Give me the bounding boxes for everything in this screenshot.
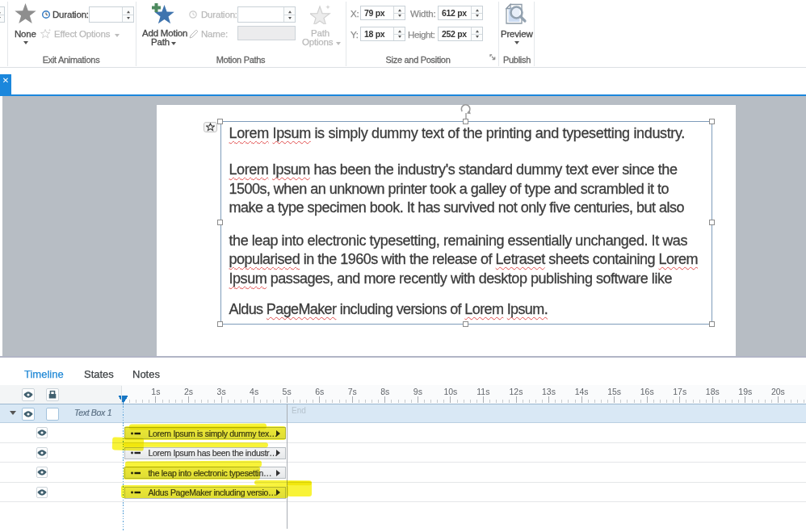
svg-text:9s: 9s [413, 387, 422, 396]
svg-text:15s: 15s [607, 387, 621, 396]
svg-text:20s: 20s [771, 387, 785, 396]
svg-text:17s: 17s [673, 387, 686, 396]
svg-text:5s: 5s [283, 387, 292, 396]
svg-text:4s: 4s [250, 387, 258, 396]
svg-text:6s: 6s [315, 387, 324, 396]
svg-text:19s: 19s [738, 387, 752, 396]
svg-text:3s: 3s [217, 387, 226, 396]
svg-text:13s: 13s [542, 387, 556, 396]
svg-text:16s: 16s [640, 387, 654, 396]
svg-text:1s: 1s [151, 387, 160, 396]
svg-text:10s: 10s [443, 387, 457, 396]
svg-text:7s: 7s [348, 387, 357, 396]
svg-text:2s: 2s [184, 387, 193, 396]
svg-text:18s: 18s [706, 387, 720, 396]
svg-text:8s: 8s [380, 387, 389, 396]
svg-text:12s: 12s [510, 387, 523, 396]
svg-text:11s: 11s [476, 387, 489, 396]
svg-text:14s: 14s [575, 387, 589, 396]
